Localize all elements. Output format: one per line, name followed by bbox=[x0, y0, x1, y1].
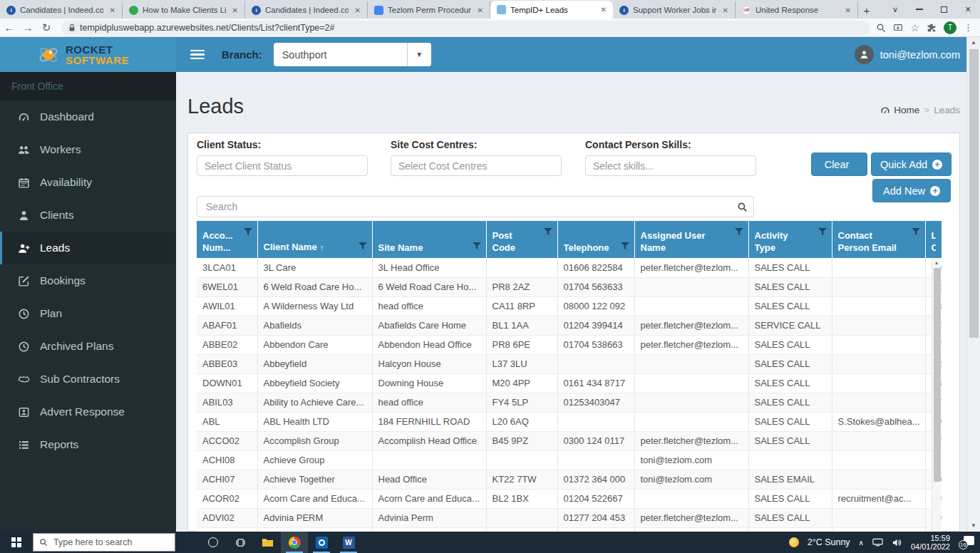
sidebar-item-bookings[interactable]: Bookings bbox=[0, 264, 176, 297]
table-scrollbar[interactable]: ▲ bbox=[932, 258, 941, 532]
weather-text[interactable]: 2°C Sunny bbox=[808, 537, 850, 547]
taskbar-clock[interactable]: 15:59 04/01/2022 bbox=[911, 534, 950, 552]
install-icon[interactable] bbox=[893, 23, 903, 33]
browser-profile-avatar[interactable]: T bbox=[944, 21, 956, 34]
table-row[interactable]: DOWN01Abbeyfield SocietyDowning HouseM20… bbox=[197, 373, 942, 393]
skills-input[interactable] bbox=[585, 155, 756, 176]
table-row[interactable]: ABLABL Health LTD184 FERNHILL ROADL20 6A… bbox=[197, 412, 942, 431]
table-row[interactable]: ABBE03AbbeyfieldHalcyon HouseL37 3LUSALE… bbox=[197, 354, 942, 373]
table-row[interactable]: ABAF01AbafieldsAbafields Care HomeBL1 1A… bbox=[197, 316, 942, 335]
table-row[interactable]: ACOR02Acorn Care and Educa...Acorn Care … bbox=[197, 489, 942, 508]
breadcrumb-home-link[interactable]: Home bbox=[880, 105, 919, 115]
browser-tab[interactable]: i Candidates | Indeed.com ✕ bbox=[0, 1, 123, 19]
column-telephone[interactable]: Telephone bbox=[557, 221, 634, 258]
scroll-up-icon[interactable]: ▲ bbox=[967, 37, 980, 48]
branch-dropdown-arrow-icon[interactable]: ▼ bbox=[407, 43, 431, 66]
user-menu[interactable]: toni@tezlom.com bbox=[855, 45, 980, 64]
tab-close-icon[interactable]: ✕ bbox=[353, 6, 363, 15]
sidebar-item-plan[interactable]: Plan bbox=[0, 297, 176, 330]
sidebar-toggle-hamburger-icon[interactable] bbox=[190, 50, 205, 60]
table-row[interactable]: 6WEL016 Weld Road Care Ho...6 Weld Road … bbox=[197, 277, 942, 296]
cortana-button[interactable] bbox=[200, 532, 227, 553]
search-input[interactable] bbox=[197, 196, 731, 217]
back-button[interactable]: ← bbox=[0, 21, 19, 33]
column-activity-type[interactable]: Activity Type bbox=[748, 221, 832, 258]
clear-button[interactable]: Clear bbox=[811, 153, 867, 176]
forward-button[interactable]: → bbox=[19, 21, 37, 33]
zoom-icon[interactable] bbox=[876, 23, 886, 33]
browser-tab[interactable]: i Support Worker Jobs in Liverpo ✕ bbox=[613, 1, 736, 19]
weather-sun-icon[interactable] bbox=[789, 537, 799, 547]
sidebar-item-leads[interactable]: Leads bbox=[0, 232, 176, 264]
close-window-button[interactable]: ✕ bbox=[956, 0, 980, 19]
browser-tab[interactable]: UR United Response ✕ bbox=[736, 1, 858, 19]
filter-funnel-icon[interactable] bbox=[359, 242, 367, 250]
cost-centres-input[interactable] bbox=[391, 155, 562, 176]
tab-search-chevron-icon[interactable]: ∨ bbox=[883, 0, 907, 19]
column-site-name[interactable]: Site Name bbox=[372, 221, 486, 258]
search-button[interactable] bbox=[731, 196, 754, 217]
sidebar-item-advert-response[interactable]: Advert Response bbox=[0, 396, 176, 428]
sidebar-item-clients[interactable]: Clients bbox=[0, 199, 176, 232]
browser-tab-active[interactable]: TempID+ Leads ✕ bbox=[490, 1, 613, 19]
table-row[interactable]: ACCO02Accomplish GroupAccomplish Head Of… bbox=[197, 431, 942, 450]
column-account-number[interactable]: Acco... Num... bbox=[197, 221, 257, 258]
bookmark-star-icon[interactable]: ☆ bbox=[910, 22, 919, 33]
filter-funnel-icon[interactable] bbox=[544, 228, 552, 236]
browser-tab[interactable]: How to Make Clients Live on Te ✕ bbox=[123, 1, 245, 19]
table-row[interactable]: 3LCA013L Care3L Head Office01606 822584p… bbox=[197, 258, 942, 277]
minimize-button[interactable] bbox=[907, 0, 932, 19]
page-scrollbar[interactable]: ▲ ▼ bbox=[966, 37, 980, 532]
page-scrollbar-thumb[interactable] bbox=[969, 49, 979, 338]
tab-close-icon[interactable]: ✕ bbox=[108, 6, 118, 15]
table-row[interactable]: ABBE02Abbendon CareAbbendon Head OfficeP… bbox=[197, 335, 942, 354]
new-tab-button[interactable]: + bbox=[858, 1, 875, 19]
filter-funnel-icon[interactable] bbox=[818, 228, 827, 236]
filter-funnel-icon[interactable] bbox=[244, 228, 252, 236]
sidebar-item-archived-plans[interactable]: Archived Plans bbox=[0, 330, 176, 363]
scroll-down-icon[interactable]: ▼ bbox=[967, 520, 980, 532]
tab-close-icon[interactable]: ✕ bbox=[843, 6, 853, 15]
file-explorer-button[interactable] bbox=[254, 532, 281, 553]
taskbar-search[interactable]: Type here to search bbox=[33, 533, 175, 552]
scroll-up-icon[interactable]: ▲ bbox=[932, 258, 941, 267]
app-logo[interactable]: ROCKET SOFTWARE bbox=[0, 37, 176, 72]
speaker-icon[interactable] bbox=[892, 538, 902, 547]
table-row[interactable]: ABIL03Ability to Achieve Care...head off… bbox=[197, 393, 942, 412]
table-row[interactable]: ACHI08Achieve Grouptoni@tezlom.com bbox=[197, 450, 942, 470]
sidebar-item-workers[interactable]: Workers bbox=[0, 133, 176, 166]
notification-center-button[interactable]: 16 bbox=[959, 535, 974, 549]
tab-close-icon[interactable]: ✕ bbox=[475, 6, 485, 15]
maximize-button[interactable] bbox=[932, 0, 956, 19]
branch-select[interactable]: Southport ▼ bbox=[274, 43, 431, 66]
outlook-taskbar-button[interactable] bbox=[308, 532, 335, 553]
reload-button[interactable]: ↻ bbox=[37, 21, 56, 34]
extensions-puzzle-icon[interactable] bbox=[927, 23, 937, 33]
browser-tab[interactable]: i Candidates | Indeed.com ✕ bbox=[245, 1, 368, 19]
word-taskbar-button[interactable]: W bbox=[335, 532, 362, 553]
column-post-code[interactable]: Post Code bbox=[486, 221, 557, 258]
sidebar-item-availability[interactable]: Availability bbox=[0, 166, 176, 199]
table-row[interactable]: ACHI07Achieve TogetherHead OfficeKT22 7T… bbox=[197, 470, 942, 489]
task-view-button[interactable] bbox=[227, 532, 254, 553]
filter-funnel-icon[interactable] bbox=[473, 242, 481, 250]
add-new-button[interactable]: Add New + bbox=[872, 179, 951, 202]
column-assigned-user[interactable]: Assigned User Name bbox=[634, 221, 748, 258]
tab-close-icon[interactable]: ✕ bbox=[721, 6, 731, 15]
sidebar-item-sub-contractors[interactable]: Sub Contractors bbox=[0, 363, 176, 396]
tab-close-icon[interactable]: ✕ bbox=[230, 6, 240, 15]
sidebar-item-reports[interactable]: Reports bbox=[0, 428, 176, 461]
start-button[interactable] bbox=[0, 532, 33, 553]
tab-close-icon[interactable]: ✕ bbox=[599, 5, 609, 14]
table-row[interactable]: AWIL01A Wilderness Way Ltdhead officeCA1… bbox=[197, 296, 942, 316]
network-icon[interactable] bbox=[872, 538, 883, 547]
table-scrollbar-thumb[interactable] bbox=[934, 268, 941, 482]
filter-funnel-icon[interactable] bbox=[912, 228, 920, 236]
column-last-contact[interactable]: Las Co bbox=[925, 221, 942, 258]
filter-funnel-icon[interactable] bbox=[621, 242, 629, 250]
client-status-input[interactable] bbox=[197, 155, 368, 176]
column-client-name[interactable]: Client Name↑ bbox=[257, 221, 372, 258]
browser-menu-icon[interactable]: ⋮ bbox=[964, 22, 973, 33]
browser-tab[interactable]: Tezlom Perm Procedure - Goog ✕ bbox=[368, 1, 490, 19]
quick-add-button[interactable]: Quick Add + bbox=[871, 153, 951, 176]
